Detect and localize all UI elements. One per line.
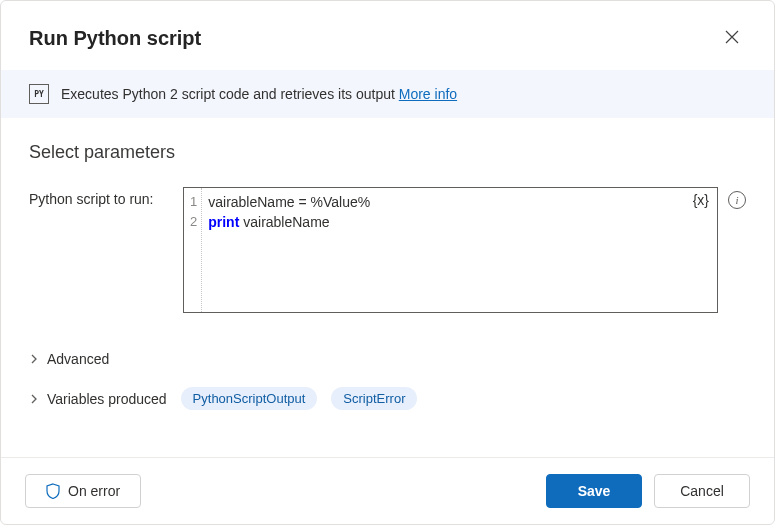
param-label: Python script to run: — [29, 187, 169, 207]
code-content: vairableName = %Value%print vairableName — [202, 188, 376, 312]
info-description: Executes Python 2 script code and retrie… — [61, 86, 399, 102]
section-title: Select parameters — [29, 142, 746, 163]
code-line: print vairableName — [208, 212, 370, 232]
line-number: 1 — [190, 192, 197, 212]
python-badge-icon: PY — [29, 84, 49, 104]
code-editor[interactable]: 1 2 vairableName = %Value%print vairable… — [183, 187, 718, 313]
chevron-right-icon — [29, 394, 39, 404]
shield-icon — [46, 483, 60, 499]
close-button[interactable] — [718, 23, 746, 54]
variables-produced-label: Variables produced — [47, 391, 167, 407]
line-gutter: 1 2 — [184, 188, 202, 312]
run-python-dialog: Run Python script PY Executes Python 2 s… — [0, 0, 775, 525]
more-info-link[interactable]: More info — [399, 86, 457, 102]
variables-produced-toggle[interactable]: Variables produced PythonScriptOutput Sc… — [29, 377, 746, 420]
code-line: vairableName = %Value% — [208, 192, 370, 212]
info-icon[interactable]: i — [728, 191, 746, 209]
code-text: vairableName — [239, 214, 329, 230]
dialog-footer: On error Save Cancel — [1, 457, 774, 524]
keyword: print — [208, 214, 239, 230]
dialog-body: Select parameters Python script to run: … — [1, 118, 774, 457]
line-number: 2 — [190, 212, 197, 232]
cancel-button[interactable]: Cancel — [654, 474, 750, 508]
save-button[interactable]: Save — [546, 474, 642, 508]
insert-variable-button[interactable]: {x} — [693, 192, 709, 208]
chevron-right-icon — [29, 354, 39, 364]
param-row-script: Python script to run: 1 2 vairableName =… — [29, 187, 746, 313]
footer-actions: Save Cancel — [546, 474, 750, 508]
advanced-label: Advanced — [47, 351, 109, 367]
advanced-toggle[interactable]: Advanced — [29, 341, 746, 377]
on-error-button[interactable]: On error — [25, 474, 141, 508]
dialog-header: Run Python script — [1, 1, 774, 70]
dialog-title: Run Python script — [29, 27, 201, 50]
info-bar: PY Executes Python 2 script code and ret… — [1, 70, 774, 118]
info-text: Executes Python 2 script code and retrie… — [61, 86, 457, 102]
close-icon — [724, 33, 740, 48]
editor-wrap: 1 2 vairableName = %Value%print vairable… — [183, 187, 746, 313]
variable-pill[interactable]: PythonScriptOutput — [181, 387, 318, 410]
variable-pill[interactable]: ScriptError — [331, 387, 417, 410]
on-error-label: On error — [68, 483, 120, 499]
